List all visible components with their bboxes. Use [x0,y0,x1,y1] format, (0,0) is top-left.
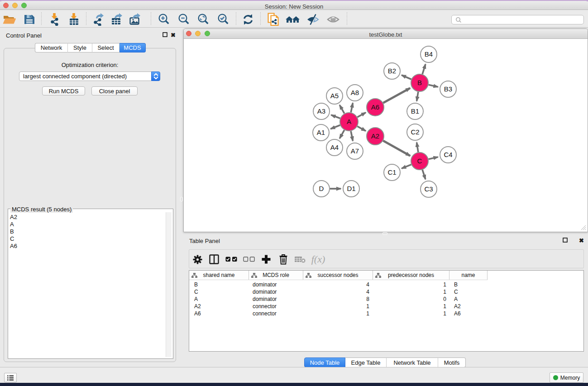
svg-text:A5: A5 [330,92,339,100]
svg-text:B4: B4 [425,50,433,58]
svg-text:A7: A7 [351,147,359,155]
svg-text:D: D [319,185,324,192]
svg-text:A3: A3 [317,107,325,115]
svg-text:C: C [417,157,422,165]
svg-text:A6: A6 [371,103,379,111]
svg-text:D1: D1 [347,185,355,192]
svg-text:B3: B3 [444,85,452,93]
svg-text:B2: B2 [388,67,396,75]
svg-text:C3: C3 [424,185,433,193]
svg-text:C4: C4 [444,151,452,158]
svg-text:B: B [417,79,422,86]
svg-text:A4: A4 [330,143,339,151]
svg-text:C2: C2 [411,128,419,136]
svg-text:A2: A2 [371,132,379,140]
svg-text:A8: A8 [351,89,359,96]
svg-text:A1: A1 [317,129,325,136]
svg-text:B1: B1 [411,107,419,115]
svg-text:A: A [347,118,351,125]
svg-text:C1: C1 [387,168,396,176]
